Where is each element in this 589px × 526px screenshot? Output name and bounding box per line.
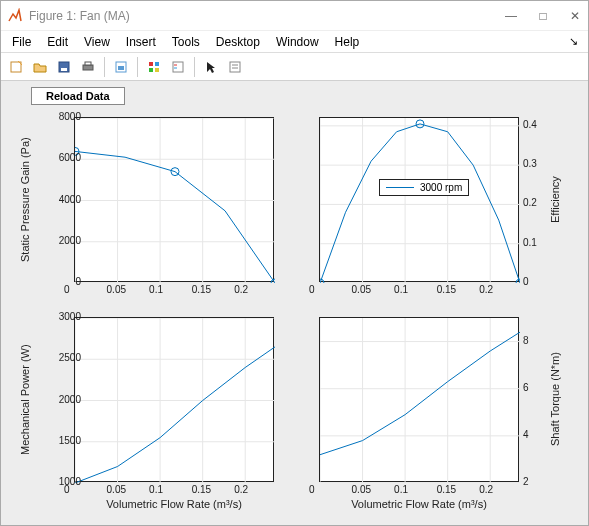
new-figure-icon[interactable] [5, 56, 27, 78]
menu-window[interactable]: Window [269, 33, 326, 51]
axes-1[interactable] [319, 117, 519, 282]
axes-2[interactable] [74, 317, 274, 482]
menu-edit[interactable]: Edit [40, 33, 75, 51]
svg-rect-10 [155, 68, 159, 72]
ytick: 2000 [59, 235, 81, 246]
legend[interactable]: 3000 rpm [379, 179, 469, 196]
window-title: Figure 1: Fan (MA) [29, 9, 504, 23]
data-cursor-icon[interactable] [110, 56, 132, 78]
ytick: 6000 [59, 152, 81, 163]
svg-rect-11 [173, 62, 183, 72]
xtick: 0.15 [192, 284, 211, 295]
ytick: 4 [523, 429, 529, 440]
plot-grid: 00.050.10.150.202000400060008000Static P… [9, 107, 580, 517]
xtick: 0.1 [394, 284, 408, 295]
ytick: 3000 [59, 311, 81, 322]
save-icon[interactable] [53, 56, 75, 78]
svg-rect-9 [149, 68, 153, 72]
ylabel: Efficiency [549, 117, 561, 282]
close-button[interactable]: ✕ [568, 9, 582, 23]
xtick: 0.05 [352, 284, 371, 295]
ytick: 8 [523, 335, 529, 346]
menu-insert[interactable]: Insert [119, 33, 163, 51]
svg-rect-3 [83, 65, 93, 70]
xlabel: Volumetric Flow Rate (m³/s) [74, 498, 274, 510]
pointer-icon[interactable] [200, 56, 222, 78]
ytick: 0 [523, 276, 529, 287]
xtick: 0.1 [394, 484, 408, 495]
ylabel: Mechanical Power (W) [19, 317, 31, 482]
minimize-button[interactable]: — [504, 9, 518, 23]
axes-0[interactable] [74, 117, 274, 282]
ytick: 0.2 [523, 197, 537, 208]
menu-help[interactable]: Help [328, 33, 367, 51]
legend-icon[interactable] [167, 56, 189, 78]
xtick: 0.15 [437, 484, 456, 495]
legend-label: 3000 rpm [420, 182, 462, 193]
xtick: 0.2 [479, 284, 493, 295]
figure-content: Reload Data 00.050.10.150.20200040006000… [1, 81, 588, 525]
xtick: 0 [64, 284, 70, 295]
reload-data-button[interactable]: Reload Data [31, 87, 125, 105]
menu-dropdown-icon[interactable]: ↘ [569, 35, 584, 48]
ytick: 0.1 [523, 237, 537, 248]
svg-rect-7 [149, 62, 153, 66]
svg-rect-8 [155, 62, 159, 66]
ytick: 8000 [59, 111, 81, 122]
menu-tools[interactable]: Tools [165, 33, 207, 51]
menu-view[interactable]: View [77, 33, 117, 51]
print-icon[interactable] [77, 56, 99, 78]
xtick: 0.05 [352, 484, 371, 495]
ytick: 6 [523, 382, 529, 393]
ylabel: Shaft Torque (N*m) [549, 317, 561, 482]
ytick: 0.4 [523, 119, 537, 130]
menu-desktop[interactable]: Desktop [209, 33, 267, 51]
svg-rect-14 [230, 62, 240, 72]
xtick: 0.1 [149, 484, 163, 495]
menubar: File Edit View Insert Tools Desktop Wind… [1, 31, 588, 53]
xtick: 0.05 [107, 284, 126, 295]
xtick: 0 [309, 484, 315, 495]
menu-file[interactable]: File [5, 33, 38, 51]
ytick: 1000 [59, 476, 81, 487]
xtick: 0.2 [234, 484, 248, 495]
inspector-icon[interactable] [224, 56, 246, 78]
xtick: 0.15 [437, 284, 456, 295]
svg-rect-0 [11, 62, 21, 72]
xtick: 0.1 [149, 284, 163, 295]
xtick: 0.2 [234, 284, 248, 295]
svg-rect-4 [85, 62, 91, 65]
maximize-button[interactable]: □ [536, 9, 550, 23]
titlebar: Figure 1: Fan (MA) — □ ✕ [1, 1, 588, 31]
xtick: 0.2 [479, 484, 493, 495]
legend-swatch [386, 187, 414, 188]
xlabel: Volumetric Flow Rate (m³/s) [319, 498, 519, 510]
ytick: 2 [523, 476, 529, 487]
svg-rect-2 [61, 68, 67, 71]
ytick: 0 [75, 276, 81, 287]
ytick: 1500 [59, 435, 81, 446]
color-icon[interactable] [143, 56, 165, 78]
toolbar [1, 53, 588, 81]
matlab-icon [7, 8, 23, 24]
xtick: 0 [309, 284, 315, 295]
ytick: 4000 [59, 194, 81, 205]
xtick: 0.05 [107, 484, 126, 495]
ylabel: Static Pressure Gain (Pa) [19, 117, 31, 282]
axes-3[interactable] [319, 317, 519, 482]
ytick: 0.3 [523, 158, 537, 169]
svg-rect-6 [118, 66, 124, 70]
open-icon[interactable] [29, 56, 51, 78]
ytick: 2000 [59, 394, 81, 405]
xtick: 0.15 [192, 484, 211, 495]
ytick: 2500 [59, 352, 81, 363]
